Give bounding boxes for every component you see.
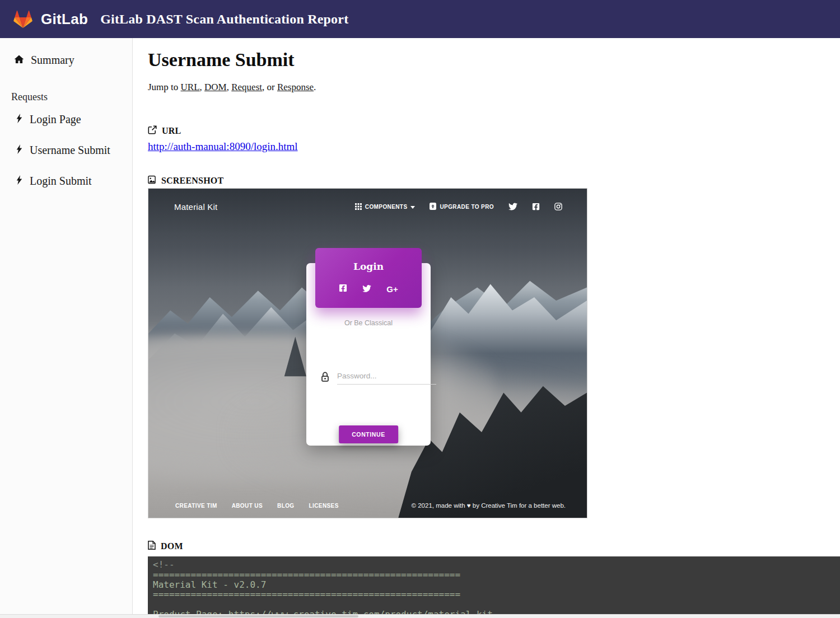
sidebar-item-summary[interactable]: Summary [0, 54, 132, 67]
box-arrow-icon [430, 203, 436, 211]
code-line [153, 600, 840, 610]
lock-icon [321, 372, 329, 385]
jump-link-request[interactable]: Request [231, 82, 262, 92]
footer-link-creative-tim: CREATIVE TIM [175, 503, 217, 509]
image-icon [148, 175, 156, 186]
jump-link-dom[interactable]: DOM [204, 82, 227, 92]
sidebar-item-username-submit[interactable]: Username Submit [0, 144, 132, 157]
horizontal-scrollbar[interactable] [0, 614, 840, 618]
jump-links: Jump to URL, DOM, Request, or Response. [148, 82, 840, 93]
sidebar-item-label: Login Page [30, 113, 81, 126]
login-card: Login G+ Or Be Classical [306, 263, 431, 446]
jump-link-url[interactable]: URL [181, 82, 200, 92]
continue-button: CONTINUE [339, 425, 398, 443]
login-card-header: Login G+ [315, 248, 422, 308]
file-icon [148, 541, 156, 552]
twitter-icon [508, 203, 517, 212]
password-row [321, 369, 416, 385]
jump-separator: , [227, 82, 232, 92]
url-section-header: URL [148, 125, 840, 137]
gitlab-tanuki-icon [13, 11, 32, 28]
report-title: GitLab DAST Scan Authentication Report [100, 12, 348, 27]
code-line: <!-- [153, 560, 840, 570]
bolt-icon [16, 175, 22, 188]
jump-separator: , [200, 82, 205, 92]
dom-section-header: DOM [148, 541, 840, 552]
sidebar-item-login-page[interactable]: Login Page [0, 113, 132, 126]
sidebar-item-label: Summary [31, 54, 74, 67]
facebook-icon [339, 284, 347, 294]
shot-brand: Material Kit [174, 202, 217, 212]
footer-link-about-us: ABOUT US [232, 503, 263, 509]
shot-upgrade-button: UPGRADE TO PRO [430, 203, 494, 211]
url-section-label: URL [162, 126, 181, 136]
top-navbar: GitLab GitLab DAST Scan Authentication R… [0, 0, 840, 38]
gitlab-brand: GitLab [41, 11, 88, 28]
main-content: Username Submit Jump to URL, DOM, Reques… [133, 38, 840, 614]
sidebar-section-requests: Requests [0, 91, 132, 103]
facebook-icon [532, 203, 540, 212]
shot-footer: CREATIVE TIM ABOUT US BLOG LICENSES © 20… [175, 502, 566, 509]
shot-upgrade-label: UPGRADE TO PRO [440, 204, 494, 210]
shot-components-menu: COMPONENTS [355, 203, 416, 211]
bolt-icon [16, 113, 22, 126]
auth-screenshot-image: Material Kit COMPONENTS [148, 188, 587, 518]
bolt-icon [16, 144, 22, 157]
screenshot-section-label: SCREENSHOT [161, 176, 223, 186]
shot-components-label: COMPONENTS [365, 204, 408, 210]
grid-icon [355, 203, 362, 211]
footer-link-licenses: LICENSES [309, 503, 339, 509]
jump-prefix: Jump to [148, 82, 181, 92]
screenshot-section-header: SCREENSHOT [148, 175, 840, 186]
password-input [337, 369, 436, 385]
code-line: Product Page: https://www.creative-tim.c… [153, 610, 840, 614]
code-line: Material Kit - v2.0.7 [153, 580, 840, 590]
code-line: ========================================… [153, 589, 840, 600]
or-be-classical-text: Or Be Classical [306, 319, 431, 327]
footer-link-blog: BLOG [277, 503, 295, 509]
google-plus-icon: G+ [386, 285, 398, 293]
caret-down-icon [410, 204, 415, 210]
jump-suffix: . [314, 82, 316, 92]
footer-copyright: © 2021, made with ♥ by Creative Tim for … [412, 502, 566, 509]
home-icon [14, 54, 24, 67]
jump-separator: , or [262, 82, 277, 92]
shot-navbar: Material Kit COMPONENTS [174, 202, 562, 212]
dom-section-label: DOM [161, 541, 183, 551]
instagram-icon [554, 203, 562, 212]
sidebar-item-login-submit[interactable]: Login Submit [0, 175, 132, 188]
jump-link-response[interactable]: Response [277, 82, 314, 92]
sidebar-item-label: Username Submit [30, 144, 110, 157]
login-title: Login [315, 261, 422, 272]
twitter-icon [362, 284, 371, 294]
sidebar: Summary Requests Login Page Username Sub… [0, 38, 133, 614]
page-title: Username Submit [148, 49, 840, 71]
code-line: ========================================… [153, 570, 840, 580]
dom-code-block: <!-- ===================================… [148, 556, 840, 614]
horizontal-scrollbar-thumb[interactable] [158, 615, 358, 617]
external-link-icon [148, 125, 157, 137]
scanned-url-link[interactable]: http://auth-manual:8090/login.html [148, 141, 298, 153]
sidebar-item-label: Login Submit [30, 175, 92, 188]
